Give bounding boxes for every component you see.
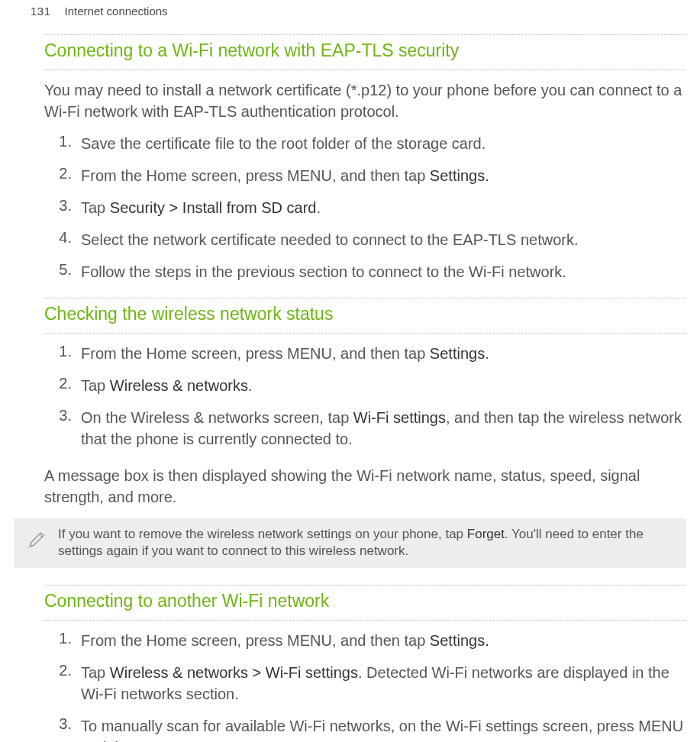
step: 3. On the Wireless & networks screen, ta… [44, 407, 686, 450]
step: 5. Follow the steps in the previous sect… [44, 261, 686, 282]
divider [44, 585, 686, 586]
ui-label: Settings. [430, 632, 489, 649]
divider [44, 333, 686, 334]
step-text: On the Wireless & networks screen, tap W… [81, 407, 686, 450]
divider [44, 34, 686, 35]
section-heading: Connecting to another Wi-Fi network [44, 590, 686, 612]
divider [44, 298, 686, 298]
step: 1. From the Home screen, press MENU, and… [44, 630, 686, 651]
step-text: To manually scan for available Wi-Fi net… [81, 715, 686, 742]
ui-label: Settings [430, 345, 485, 362]
intro-text: You may need to install a network certif… [44, 79, 686, 122]
ui-label: Wireless & networks > Wi-Fi settings [110, 664, 358, 681]
step-number: 2. [44, 165, 81, 182]
page-content: Connecting to a Wi-Fi network with EAP-T… [44, 34, 686, 742]
step: 3. Tap Security > Install from SD card. [44, 197, 686, 218]
ui-label: Wi-Fi settings [353, 409, 446, 426]
divider [44, 69, 686, 70]
section-heading: Checking the wireless network status [44, 303, 686, 325]
step-number: 1. [44, 133, 81, 150]
step: 3. To manually scan for available Wi-Fi … [44, 715, 686, 742]
ui-label: Settings [430, 167, 485, 184]
divider [44, 620, 686, 621]
step-number: 2. [44, 662, 81, 679]
step: 4. Select the network certificate needed… [44, 229, 686, 250]
step-number: 1. [44, 630, 81, 647]
step-number: 3. [44, 197, 81, 215]
step-text: From the Home screen, press MENU, and th… [81, 630, 686, 651]
steps-list: 1. From the Home screen, press MENU, and… [44, 343, 686, 450]
step-text: Select the network certificate needed to… [81, 229, 686, 250]
step: 1. From the Home screen, press MENU, and… [44, 343, 686, 364]
step: 2. From the Home screen, press MENU, and… [44, 165, 686, 186]
section-heading: Connecting to a Wi-Fi network with EAP-T… [44, 40, 686, 62]
ui-label: Scan [170, 739, 205, 742]
note-box: If you want to remove the wireless netwo… [14, 518, 686, 569]
step-number: 3. [44, 715, 81, 733]
step-text: From the Home screen, press MENU, and th… [81, 343, 686, 364]
page-number: 131 [31, 5, 51, 18]
document-page: 131 Internet connections Connecting to a… [0, 0, 700, 742]
step-text: Tap Security > Install from SD card. [81, 197, 686, 218]
note-text: If you want to remove the wireless netwo… [58, 526, 673, 561]
step-text: Tap Wireless & networks > Wi-Fi settings… [81, 662, 686, 705]
pencil-icon [27, 526, 50, 552]
step: 2. Tap Wireless & networks > Wi-Fi setti… [44, 662, 686, 705]
step: 2. Tap Wireless & networks. [44, 375, 686, 396]
step: 1. Save the certificate file to the root… [44, 133, 686, 154]
step-text: Tap Wireless & networks. [81, 375, 686, 396]
step-number: 1. [44, 343, 81, 360]
step-number: 4. [44, 229, 81, 247]
steps-list: 1. Save the certificate file to the root… [44, 133, 686, 282]
step-text: From the Home screen, press MENU, and th… [81, 165, 686, 186]
step-number: 2. [44, 375, 81, 392]
steps-list: 1. From the Home screen, press MENU, and… [44, 630, 686, 742]
step-number: 5. [44, 261, 81, 279]
ui-label: Wireless & networks [110, 377, 248, 394]
step-text: Follow the steps in the previous section… [81, 261, 686, 282]
after-text: A message box is then displayed showing … [44, 465, 686, 508]
step-text: Save the certificate file to the root fo… [81, 133, 686, 154]
step-number: 3. [44, 407, 81, 424]
ui-label: Forget [467, 527, 505, 541]
page-header: 131 Internet connections [14, 5, 686, 18]
ui-label: Security > Install from SD card [110, 199, 317, 216]
chapter-title: Internet connections [65, 5, 168, 18]
